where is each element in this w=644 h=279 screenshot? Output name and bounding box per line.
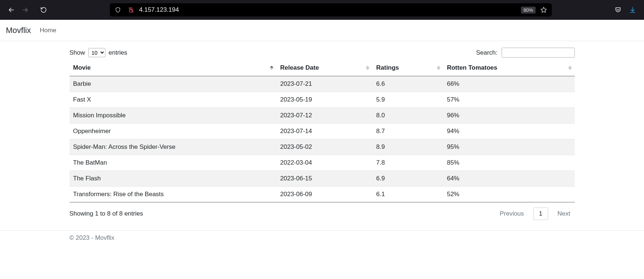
sort-icon xyxy=(366,66,369,70)
cell-movie: Oppenheimer xyxy=(70,124,277,139)
cell-ratings: 8.7 xyxy=(372,124,443,139)
cell-rotten: 52% xyxy=(443,187,575,202)
cell-rotten: 95% xyxy=(443,139,575,155)
cell-ratings: 6.6 xyxy=(372,76,443,92)
col-header-movie[interactable]: Movie xyxy=(70,60,277,76)
cell-movie: Fast X xyxy=(70,92,277,108)
cell-movie: Spider-Man: Across the Spider-Verse xyxy=(70,139,277,155)
table-row: Oppenheimer2023-07-148.794% xyxy=(70,124,575,139)
movies-table: Movie Release Date Ratings Rotten Tomato… xyxy=(70,60,575,202)
table-controls-top: Show 10 entries Search: xyxy=(70,45,575,60)
cell-release: 2023-07-21 xyxy=(276,76,372,92)
page-current[interactable]: 1 xyxy=(533,208,548,220)
cell-release: 2023-06-09 xyxy=(276,187,372,202)
cell-ratings: 8.0 xyxy=(372,108,443,124)
search-label: Search: xyxy=(476,49,498,56)
col-header-release[interactable]: Release Date xyxy=(276,60,372,76)
table-row: The Flash2023-06-156.964% xyxy=(70,171,575,187)
cell-movie: The BatMan xyxy=(70,155,277,171)
bookmark-star-icon[interactable] xyxy=(539,5,549,15)
cell-release: 2023-07-14 xyxy=(276,124,372,139)
address-bar[interactable]: 4.157.123.194 80% xyxy=(110,3,552,16)
length-control: Show 10 entries xyxy=(70,48,127,57)
url-text[interactable]: 4.157.123.194 xyxy=(139,6,518,14)
cell-ratings: 7.8 xyxy=(372,155,443,171)
cell-movie: Barbie xyxy=(70,76,277,92)
cell-movie: Transformers: Rise of the Beasts xyxy=(70,187,277,202)
cell-ratings: 8.9 xyxy=(372,139,443,155)
sort-icon xyxy=(437,66,440,70)
zoom-badge[interactable]: 80% xyxy=(521,7,536,14)
table-row: Spider-Man: Across the Spider-Verse2023-… xyxy=(70,139,575,155)
search-control: Search: xyxy=(476,48,574,58)
col-header-ratings[interactable]: Ratings xyxy=(372,60,443,76)
cell-release: 2023-07-12 xyxy=(276,108,372,124)
length-select[interactable]: 10 xyxy=(88,48,105,57)
cell-release: 2023-05-19 xyxy=(276,92,372,108)
browser-toolbar: 4.157.123.194 80% xyxy=(0,0,644,20)
cell-rotten: 66% xyxy=(443,76,575,92)
nav-home[interactable]: Home xyxy=(40,27,56,34)
sort-icon xyxy=(270,66,273,70)
table-row: Barbie2023-07-216.666% xyxy=(70,76,575,92)
sort-icon xyxy=(568,66,572,70)
back-button[interactable] xyxy=(5,4,18,16)
svg-marker-4 xyxy=(541,7,547,12)
downloads-icon[interactable] xyxy=(626,4,639,16)
pocket-icon[interactable] xyxy=(612,4,624,16)
footer-text: © 2023 - Movflix xyxy=(70,231,575,245)
table-row: Fast X2023-05-195.957% xyxy=(70,92,575,108)
table-row: Mission Impossible2023-07-128.096% xyxy=(70,108,575,124)
table-row: The BatMan2022-03-047.885% xyxy=(70,155,575,171)
cell-rotten: 85% xyxy=(443,155,575,171)
shield-icon[interactable] xyxy=(113,5,123,15)
cell-release: 2022-03-04 xyxy=(276,155,372,171)
cell-rotten: 57% xyxy=(443,92,575,108)
length-prefix: Show xyxy=(70,49,85,56)
cell-rotten: 96% xyxy=(443,108,575,124)
page-previous[interactable]: Previous xyxy=(495,208,528,220)
cell-ratings: 5.9 xyxy=(372,92,443,108)
search-input[interactable] xyxy=(502,48,575,58)
length-suffix: entries xyxy=(109,49,127,56)
table-info: Showing 1 to 8 of 8 entries xyxy=(70,210,143,217)
pagination: Previous 1 Next xyxy=(495,208,575,220)
cell-release: 2023-05-02 xyxy=(276,139,372,155)
app-navbar: Movflix Home xyxy=(0,20,644,41)
col-header-rotten[interactable]: Rotten Tomatoes xyxy=(443,60,575,76)
forward-button[interactable] xyxy=(19,4,31,16)
brand[interactable]: Movflix xyxy=(6,26,31,35)
table-header-row: Movie Release Date Ratings Rotten Tomato… xyxy=(70,60,575,76)
cell-rotten: 64% xyxy=(443,171,575,187)
reload-button[interactable] xyxy=(37,4,50,16)
cell-movie: The Flash xyxy=(70,171,277,187)
cell-rotten: 94% xyxy=(443,124,575,139)
main-container: Show 10 entries Search: Movie Rele xyxy=(70,41,575,230)
browser-right-actions xyxy=(612,4,639,16)
page-next[interactable]: Next xyxy=(553,208,575,220)
cell-ratings: 6.1 xyxy=(372,187,443,202)
cell-release: 2023-06-15 xyxy=(276,171,372,187)
cell-movie: Mission Impossible xyxy=(70,108,277,124)
cell-ratings: 6.9 xyxy=(372,171,443,187)
table-controls-bottom: Showing 1 to 8 of 8 entries Previous 1 N… xyxy=(70,202,575,227)
insecure-lock-icon[interactable] xyxy=(126,5,136,15)
table-row: Transformers: Rise of the Beasts2023-06-… xyxy=(70,187,575,202)
